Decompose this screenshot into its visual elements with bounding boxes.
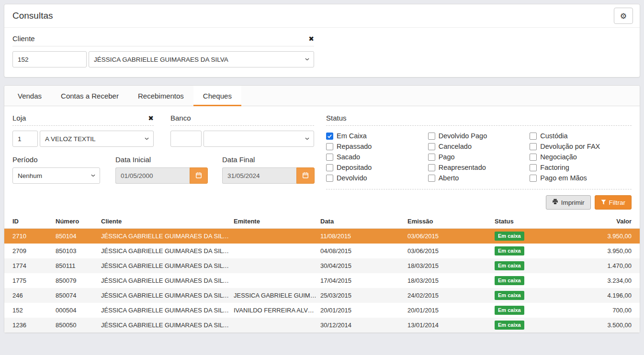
banco-select[interactable]	[203, 131, 314, 147]
checkbox-unchecked-icon	[530, 175, 537, 182]
banco-code-input[interactable]	[170, 131, 202, 147]
loja-select-value: A VELOZ TEXTIL	[45, 135, 96, 143]
settings-button[interactable]: ⚙	[614, 8, 633, 24]
data-final-calendar-button[interactable]	[296, 167, 315, 184]
status-option-label: Reapresentado	[439, 164, 486, 171]
status-option-devolvido-pago[interactable]: Devolvido Pago	[428, 131, 530, 141]
checkbox-unchecked-icon	[326, 143, 333, 150]
checkbox-unchecked-icon	[530, 133, 537, 140]
clear-icon: ✖	[148, 114, 154, 122]
data-inicial-input[interactable]	[115, 167, 190, 184]
cell-valor: 1.470,00	[566, 262, 632, 269]
cell-data: 30/12/2014	[320, 322, 407, 329]
cell-cliente: JÉSSICA GABRIELLE GUIMARAES DA SILVA	[101, 322, 234, 329]
calendar-icon	[302, 172, 309, 180]
client-filter-group: Cliente ✖ JÉSSICA GABRIELLE GUIMARAES DA…	[12, 34, 314, 67]
status-option-label: Pago	[439, 153, 455, 161]
status-option-cancelado[interactable]: Cancelado	[428, 141, 530, 152]
cell-status: Em caixa	[495, 291, 566, 300]
column-header-emissao: Emissão	[407, 218, 495, 225]
table-row[interactable]: 152000504JÉSSICA GABRIELLE GUIMARAES DA …	[4, 303, 640, 318]
client-label: Cliente	[12, 34, 35, 43]
table-header-row: IDNúmeroClienteEmitenteDataEmissãoStatus…	[4, 214, 640, 229]
status-option-pago-em-maos[interactable]: Pago em Mãos	[530, 173, 632, 183]
table-row[interactable]: 1774850111JÉSSICA GABRIELLE GUIMARAES DA…	[4, 258, 640, 273]
checkbox-checked-icon	[326, 133, 333, 140]
status-option-label: Pago em Mãos	[540, 174, 587, 182]
loja-code-input[interactable]	[12, 131, 38, 147]
checkbox-unchecked-icon	[530, 164, 537, 171]
checkbox-unchecked-icon	[326, 175, 333, 182]
cell-cliente: JÉSSICA GABRIELLE GUIMARAES DA SILVA	[101, 292, 234, 299]
cell-status: Em caixa	[495, 261, 566, 270]
status-option-custodia[interactable]: Custódia	[530, 131, 632, 141]
gear-icon: ⚙	[620, 11, 627, 21]
filtrar-button[interactable]: Filtrar	[595, 195, 632, 210]
client-group-header: Cliente ✖	[12, 34, 314, 46]
status-option-repassado[interactable]: Repassado	[326, 141, 428, 152]
banco-group-header: Banco	[170, 114, 314, 126]
table-row[interactable]: 2710850104JÉSSICA GABRIELLE GUIMARAES DA…	[4, 229, 640, 244]
cell-id: 2710	[12, 233, 56, 240]
client-code-input[interactable]	[12, 51, 87, 67]
client-clear-button[interactable]: ✖	[308, 35, 314, 42]
actions-row: Imprimir Filtrar	[12, 195, 632, 210]
loja-select[interactable]: A VELOZ TEXTIL	[40, 131, 154, 147]
status-option-devolvido[interactable]: Devolvido	[326, 173, 428, 183]
filters-section: Loja ✖ A VELOZ TEXTIL	[4, 106, 640, 210]
data-inicial-calendar-button[interactable]	[190, 167, 208, 184]
status-option-label: Devolvido	[337, 174, 367, 182]
cell-data: 25/03/2015	[320, 292, 407, 299]
consultas-card: Consultas ⚙ Cliente ✖ JÉSSICA GABRIELLE …	[4, 4, 640, 78]
status-option-aberto[interactable]: Aberto	[428, 173, 530, 183]
cell-status: Em caixa	[495, 246, 566, 255]
banco-label: Banco	[170, 114, 191, 122]
cell-data: 04/08/2015	[320, 247, 407, 255]
cell-emissao: 03/06/2015	[407, 247, 495, 255]
tab-recebimentos[interactable]: Recebimentos	[128, 86, 193, 106]
data-final-input[interactable]	[222, 167, 296, 184]
loja-filter-group: Loja ✖ A VELOZ TEXTIL	[12, 114, 154, 147]
loja-clear-button[interactable]: ✖	[148, 115, 154, 122]
chevron-down-icon	[305, 58, 309, 61]
table-row[interactable]: 246850074JÉSSICA GABRIELLE GUIMARAES DA …	[4, 288, 640, 303]
client-select-value: JÉSSICA GABRIELLE GUIMARAES DA SILVA	[94, 56, 228, 63]
status-option-label: Sacado	[337, 153, 360, 161]
table-row[interactable]: 1236850050JÉSSICA GABRIELLE GUIMARAES DA…	[4, 318, 640, 333]
status-option-sacado[interactable]: Sacado	[326, 152, 428, 162]
cell-status: Em caixa	[495, 306, 566, 314]
status-badge: Em caixa	[495, 246, 524, 255]
cell-numero: 000504	[56, 307, 101, 314]
tab-cheques[interactable]: Cheques	[193, 86, 241, 106]
status-option-reapresentado[interactable]: Reapresentado	[428, 162, 530, 173]
status-option-pago[interactable]: Pago	[428, 152, 530, 162]
status-option-depositado[interactable]: Depositado	[326, 162, 428, 173]
status-option-devolucao-por-fax[interactable]: Devolução por FAX	[530, 141, 632, 152]
page-title: Consultas	[12, 8, 53, 24]
status-option-factoring[interactable]: Factoring	[530, 162, 632, 173]
status-option-em-caixa[interactable]: Em Caixa	[326, 131, 428, 141]
periodo-select-value: Nenhum	[18, 172, 42, 179]
checkbox-unchecked-icon	[326, 164, 333, 171]
tab-bar: VendasContas a ReceberRecebimentosCheque…	[4, 86, 640, 106]
imprimir-button[interactable]: Imprimir	[546, 195, 591, 210]
cell-numero: 850050	[56, 322, 101, 329]
status-badge: Em caixa	[495, 306, 524, 314]
client-select[interactable]: JÉSSICA GABRIELLE GUIMARAES DA SILVA	[89, 51, 314, 67]
clear-icon: ✖	[308, 35, 314, 43]
status-option-label: Repassado	[337, 143, 372, 150]
tab-contas-a-receber[interactable]: Contas a Receber	[51, 86, 128, 106]
cell-cliente: JÉSSICA GABRIELLE GUIMARAES DA SILVA	[101, 247, 234, 255]
table-row[interactable]: 2709850103JÉSSICA GABRIELLE GUIMARAES DA…	[4, 244, 640, 258]
table-row[interactable]: 1775850079JÉSSICA GABRIELLE GUIMARAES DA…	[4, 273, 640, 288]
cell-valor: 3.234,00	[566, 277, 632, 284]
status-option-negociacao[interactable]: Negociação	[530, 152, 632, 162]
status-badge: Em caixa	[495, 321, 524, 329]
checkbox-unchecked-icon	[428, 143, 435, 150]
periodo-select[interactable]: Nenhum	[12, 167, 100, 184]
status-option-label: Aberto	[439, 174, 459, 182]
cell-id: 1236	[12, 322, 56, 329]
tab-vendas[interactable]: Vendas	[8, 86, 51, 106]
checkbox-unchecked-icon	[530, 154, 537, 161]
card-header: Consultas ⚙	[4, 4, 640, 28]
